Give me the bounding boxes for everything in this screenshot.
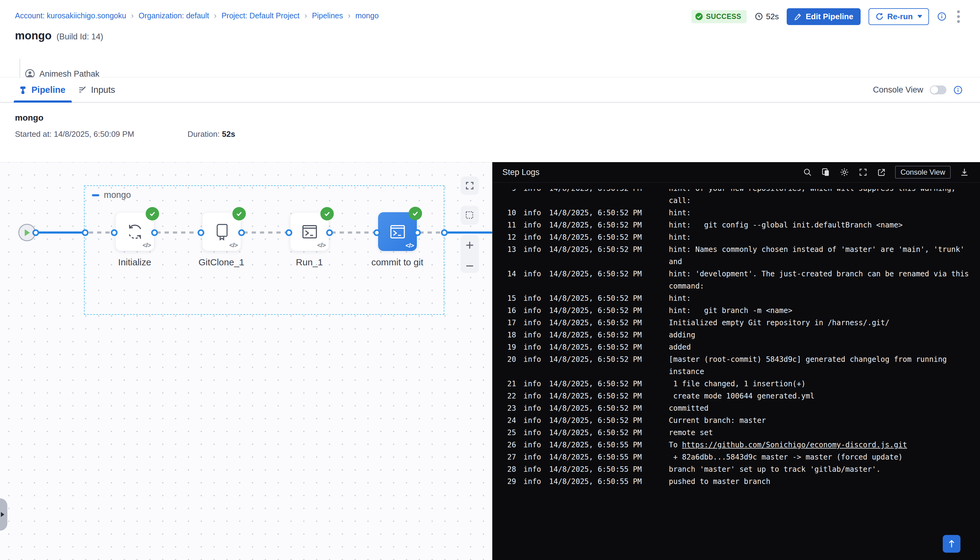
log-row: 12info14/8/2025, 6:50:52 PMhint: [505, 231, 980, 243]
console-view-control: Console View [873, 78, 963, 102]
edge-start [36, 232, 85, 233]
marquee-select-button[interactable] [460, 206, 479, 225]
clock-icon [755, 12, 763, 21]
log-toolbar: Console View [803, 166, 969, 178]
run-info-section: mongo Started at: 14/8/2025, 6:50:09 PM … [0, 103, 980, 162]
console-view-info-icon[interactable] [953, 85, 963, 95]
build-id: (Build Id: 14) [57, 32, 103, 42]
edge-end [445, 232, 492, 233]
step-card-initialize[interactable]: </> [115, 212, 154, 251]
connector-node [82, 229, 88, 236]
zoom-controls [460, 235, 479, 273]
tab-inputs-label: Inputs [91, 85, 115, 95]
log-row: 9info14/8/2025, 6:50:52 PMhint: of your … [505, 189, 980, 207]
log-row: 27info14/8/2025, 6:50:55 PM + 82a6dbb...… [505, 451, 980, 463]
log-row: 17info14/8/2025, 6:50:52 PMInitialized e… [505, 317, 980, 329]
edit-pipeline-button[interactable]: Edit Pipeline [787, 8, 861, 25]
connector-node [441, 229, 448, 236]
breadcrumb-pipeline-name[interactable]: mongo [355, 11, 379, 20]
terminal-icon [388, 222, 408, 242]
arrow-up-icon [948, 539, 955, 548]
open-external-icon[interactable] [877, 168, 886, 177]
expand-left-panel-handle[interactable] [0, 498, 7, 531]
scroll-to-top-button[interactable] [943, 535, 960, 553]
status-check-icon [695, 13, 703, 20]
step-card-gitclone_1[interactable]: </> [202, 212, 241, 251]
step-logs-title: Step Logs [502, 168, 540, 177]
inputs-icon [78, 85, 87, 95]
tab-pipeline-label: Pipeline [32, 85, 65, 95]
breadcrumb-separator: › [348, 11, 351, 20]
active-tab-underline [14, 100, 72, 103]
build-title: mongo (Build Id: 14) [15, 29, 103, 42]
step-label: commit to git [372, 257, 423, 267]
step-card-commit-to-git[interactable]: </> [378, 212, 417, 251]
tab-pipeline[interactable]: Pipeline [18, 78, 65, 102]
collapse-stage-icon[interactable] [92, 194, 99, 196]
step-card-run_1[interactable]: </> [290, 212, 329, 251]
tab-inputs[interactable]: Inputs [78, 78, 115, 102]
log-row: 11info14/8/2025, 6:50:52 PMhint: git con… [505, 219, 980, 231]
download-logs-icon[interactable] [960, 168, 969, 177]
breadcrumb-account[interactable]: Account: kurosakiichigo.songoku [15, 11, 126, 20]
edge-dashed [157, 232, 201, 233]
connector-node [285, 229, 292, 236]
stage-group-label: mongo [104, 190, 131, 200]
pipeline-title: mongo [15, 29, 52, 42]
breadcrumb-separator: › [214, 11, 217, 20]
connector-node [111, 229, 118, 236]
run-started-at: Started at: 14/8/2025, 6:50:09 PM [15, 130, 134, 139]
rerun-caret-icon [917, 15, 922, 18]
run-stage-name: mongo [15, 113, 43, 123]
play-icon [24, 229, 30, 237]
copy-icon[interactable] [821, 168, 830, 177]
breadcrumb-pipelines[interactable]: Pipelines [312, 11, 343, 20]
console-view-button[interactable]: Console View [895, 166, 951, 178]
log-row: 20info14/8/2025, 6:50:52 PM[master (root… [505, 353, 980, 378]
fullscreen-logs-icon[interactable] [858, 168, 868, 177]
duration-text: 52s [766, 12, 779, 22]
status-text: SUCCESS [706, 13, 741, 21]
log-row: 25info14/8/2025, 6:50:52 PMremote set [505, 427, 980, 439]
tab-bar: Pipeline Inputs Console View [0, 77, 980, 103]
code-glyph: </> [229, 242, 238, 249]
step-success-icon [146, 207, 159, 220]
console-view-toggle[interactable] [930, 85, 947, 94]
breadcrumb-separator: › [305, 11, 307, 20]
header-actions: SUCCESS 52s Edit Pipeline Re-run [692, 8, 962, 25]
log-scroll-area[interactable]: 9info14/8/2025, 6:50:52 PMhint: of your … [492, 189, 980, 560]
rerun-label: Re-run [887, 12, 913, 22]
info-icon[interactable] [937, 12, 947, 22]
settings-gear-icon[interactable] [840, 167, 849, 177]
edge-dashed [243, 232, 288, 233]
toggle-knob [930, 86, 938, 94]
breadcrumb-organization[interactable]: Organization: default [138, 11, 209, 20]
workspace: mongo </>Initialize< [0, 162, 980, 560]
code-glyph: </> [317, 242, 325, 249]
connector-node [326, 229, 333, 236]
pencil-icon [794, 13, 802, 20]
log-link[interactable]: https://github.com/Sonichigo/economy-dis… [682, 441, 907, 449]
edit-pipeline-label: Edit Pipeline [806, 12, 853, 22]
refresh-icon [875, 12, 884, 21]
breadcrumb-project[interactable]: Project: Default Project [222, 11, 300, 20]
search-icon[interactable] [803, 168, 812, 177]
fullscreen-canvas-button[interactable] [460, 177, 479, 195]
connector-node [373, 229, 380, 236]
step-success-icon [408, 207, 422, 220]
more-options-menu[interactable] [955, 9, 962, 24]
connector-node [151, 229, 158, 236]
log-row: 10info14/8/2025, 6:50:52 PMhint: [505, 207, 980, 219]
pipeline-canvas[interactable]: mongo </>Initialize< [0, 162, 492, 560]
status-badge: SUCCESS [692, 10, 747, 23]
zoom-out-button[interactable] [465, 264, 475, 268]
app-root: Account: kurosakiichigo.songoku › Organi… [0, 0, 980, 560]
edge-dashed [332, 232, 377, 233]
rerun-button[interactable]: Re-run [868, 8, 929, 25]
log-lines: 9info14/8/2025, 6:50:52 PMhint: of your … [492, 189, 980, 488]
code-glyph: </> [143, 242, 151, 249]
connector-node [32, 229, 39, 236]
log-row: 14info14/8/2025, 6:50:52 PMhint: 'develo… [505, 268, 980, 292]
zoom-in-button[interactable] [465, 240, 475, 250]
log-row: 21info14/8/2025, 6:50:52 PM 1 file chang… [505, 378, 980, 390]
